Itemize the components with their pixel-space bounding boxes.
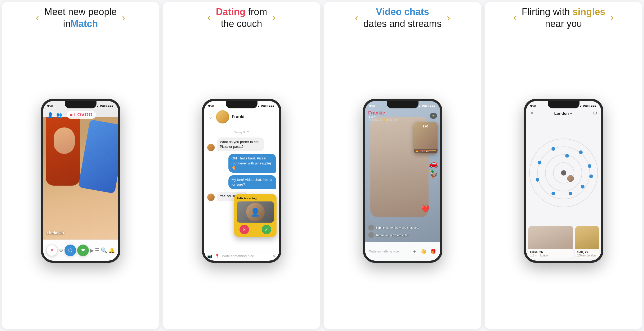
video-wave-icon[interactable]: 👋: [421, 249, 426, 254]
radar-dot-1: [565, 154, 569, 158]
panel-4-title: Flirting with singles near you: [522, 6, 605, 30]
radar-dot-7: [551, 192, 555, 195]
panel-1: ‹ Meet new people inMatch › 9:41 ▲ WiFi …: [2, 2, 159, 329]
radar-dot-2: [579, 150, 583, 154]
video-chat-overlay: Seb I'm up for the video chat, too. Tany…: [365, 225, 440, 240]
radar-location: London ⌄: [554, 111, 573, 116]
panel-4-prev-arrow[interactable]: ‹: [510, 12, 519, 23]
video-rating: ★ 4.29: [368, 116, 399, 119]
video-bottom-bar: Write something nice... ＋ 👋 🎁: [365, 242, 440, 261]
radar-filter-icon[interactable]: ⚙: [593, 110, 597, 116]
panel-2-title: Dating fromthe couch: [216, 6, 267, 30]
chat-avatar: [216, 110, 229, 123]
panel-2: ‹ Dating fromthe couch › 9:41 ▲ WiFi ■■■…: [163, 2, 320, 329]
radar-profile-info-1: Elisa, 26 1.2 km · London: [528, 249, 573, 259]
lovoo-logo-dot: [70, 114, 72, 116]
panel-3-header: ‹ Video chats dates and streams ›: [352, 6, 453, 30]
settings-icon[interactable]: ⚙: [59, 247, 63, 254]
video-chat-msg-1: Seb I'm up for the video chat, too.: [368, 225, 437, 231]
browse-icon[interactable]: ☰: [95, 247, 100, 254]
play-icon[interactable]: ▶: [90, 247, 94, 254]
panel-3-prev-arrow[interactable]: ‹: [352, 12, 361, 23]
panel-2-next-arrow[interactable]: ›: [270, 12, 278, 23]
msg-avatar-2: [207, 194, 215, 201]
camera-icon[interactable]: 📷: [207, 254, 213, 259]
video-stats: ♥ 94,822,450 ⚡ 30.1k 👁 17: [368, 119, 399, 121]
panel-1-screen: 9:41 ▲ WiFi ■■■ 👤 👥 LOVOO: [43, 101, 118, 261]
msg-bubble-1: What do you prefer to eat: Pizza or past…: [217, 137, 264, 151]
chat-back-icon[interactable]: ⌄: [208, 114, 213, 120]
video-bottom-icons: ＋ 👋 🎁: [412, 248, 436, 255]
radar-center-dot: [561, 170, 566, 176]
chat-msg-received-1: What do you prefer to eat: Pizza or past…: [207, 137, 276, 151]
panel-3-next-arrow[interactable]: ›: [444, 12, 453, 23]
radar-container: [529, 139, 598, 207]
panel-1-next-arrow[interactable]: ›: [119, 12, 128, 23]
panel-4: ‹ Flirting with singles near you › 9:41 …: [485, 2, 642, 329]
bell-icon[interactable]: 🔔: [108, 247, 115, 254]
status-icons: ▲ WiFi ■■■: [96, 104, 113, 108]
radar-area: [526, 122, 601, 224]
panel-2-phone: 9:41 ▲ WiFi ■■■ ⌄ Franki ···: [202, 99, 281, 263]
chat-input[interactable]: Write something nice...: [222, 254, 270, 258]
msg-avatar-1: [207, 144, 215, 151]
dislike-btn[interactable]: ✕: [46, 245, 58, 256]
video-header-icons: ★: [430, 113, 437, 119]
panel-3: ‹ Video chats dates and streams › Franki…: [324, 2, 481, 329]
radar-profile-card-2[interactable]: Seb, 27 200 m · London: [575, 226, 599, 259]
radar-dot-8: [536, 178, 539, 182]
radar-dot-10: [551, 147, 555, 151]
panel-2-header: ‹ Dating fromthe couch ›: [205, 6, 278, 30]
profile-name-badge: Linda, 28: [47, 231, 64, 235]
video-pip: 2:00 🔥 Robert: [414, 122, 438, 154]
lovoo-logo-text: LOVOO: [74, 112, 93, 118]
panel-3-screen: Frankie ★ 4.29 ♥ 94,822,450 ⚡ 30.1k 👁 17…: [365, 101, 440, 261]
panel-3-phone-area: Frankie ★ 4.29 ♥ 94,822,450 ⚡ 30.1k 👁 17…: [327, 34, 478, 327]
panel-1-prev-arrow[interactable]: ‹: [33, 12, 42, 23]
lovoo-logo: LOVOO: [67, 111, 96, 119]
lovoo-action-bar: ✕ ⚙ ⬡ ❤ ▶ ☰ 🔍 🔔: [43, 240, 118, 261]
video-chat-msg-2: Tanya You guys are cute!: [368, 232, 437, 238]
location-icon[interactable]: 📍: [215, 254, 220, 259]
radar-profile-card-1[interactable]: Elisa, 26 1.2 km · London: [528, 226, 573, 259]
video-emoji-area: 🚗 🦆: [429, 159, 438, 179]
video-plus-icon[interactable]: ＋: [412, 248, 417, 255]
chat-name-area: Franki: [213, 110, 271, 123]
radar-profile-info-2: Seb, 27 200 m · London: [575, 249, 599, 259]
chat-more-icon[interactable]: ···: [271, 114, 275, 120]
like-btn[interactable]: ❤: [77, 245, 89, 256]
panel-1-phone-area: 9:41 ▲ WiFi ■■■ 👤 👥 LOVOO: [5, 34, 156, 327]
incoming-call-label: Felix is calling: [237, 197, 274, 200]
panel-4-screen: 9:41 ▲ WiFi ■■■ ✕ London ⌄ ⚙: [526, 101, 601, 261]
radar-close-icon[interactable]: ✕: [530, 110, 534, 116]
video-star-badge: ★: [430, 113, 437, 119]
panel-1-status-bar: 9:41 ▲ WiFi ■■■: [43, 103, 118, 109]
radar-profile-thumb-1: [567, 174, 574, 182]
panel-2-phone-area: 9:41 ▲ WiFi ■■■ ⌄ Franki ···: [166, 34, 317, 327]
chat-msg-sent-1: Oh! That's hard. Pizza! (but never with …: [207, 154, 276, 173]
video-gift-icon[interactable]: 🎁: [430, 249, 436, 254]
chat-input-bar: 📷 📍 Write something nice... ➤: [204, 251, 279, 261]
send-icon[interactable]: ➤: [273, 254, 276, 259]
panel-2-screen: 9:41 ▲ WiFi ■■■ ⌄ Franki ···: [204, 101, 279, 261]
accept-call-btn[interactable]: ✓: [262, 225, 271, 234]
search-icon[interactable]: 🔍: [101, 247, 107, 254]
msg-bubble-2: Oh! That's hard. Pizza! (but never with …: [228, 154, 276, 173]
panel-3-title: Video chats dates and streams: [363, 6, 441, 30]
panel-1-title: Meet new people inMatch: [44, 6, 117, 30]
radar-dot-4: [589, 174, 593, 178]
panel-4-next-arrow[interactable]: ›: [608, 12, 617, 23]
lovoo-user-icon: 👤: [47, 112, 53, 118]
panel-2-status-bar: 9:41 ▲ WiFi ■■■: [204, 103, 279, 109]
panel-4-phone: 9:41 ▲ WiFi ■■■ ✕ London ⌄ ⚙: [524, 99, 603, 263]
panel-4-status-bar: 9:41 ▲ WiFi ■■■: [526, 103, 601, 109]
boost-btn[interactable]: ⬡: [65, 245, 76, 256]
radar-dot-5: [581, 185, 585, 189]
decline-call-btn[interactable]: ✕: [240, 225, 249, 234]
panel-2-prev-arrow[interactable]: ‹: [205, 12, 213, 23]
call-buttons: ✕ ✓: [237, 225, 274, 234]
panel-3-phone: Frankie ★ 4.29 ♥ 94,822,450 ⚡ 30.1k 👁 17…: [363, 99, 442, 263]
heart-emoji: ❤️: [421, 205, 430, 213]
chat-timestamp: Sunny 9:32: [207, 131, 276, 134]
radar-dot-3: [588, 164, 591, 168]
